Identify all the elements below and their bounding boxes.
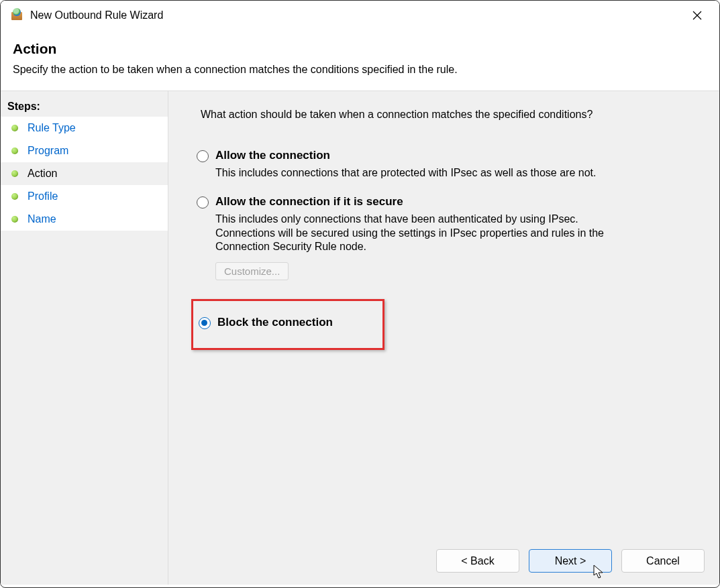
- option-description: This includes connections that are prote…: [215, 166, 631, 180]
- radio-allow-secure[interactable]: [197, 196, 209, 209]
- option-allow[interactable]: Allow the connection This includes conne…: [197, 146, 687, 192]
- radio-block[interactable]: [199, 317, 211, 329]
- footer-buttons: < Back Next > Cancel: [436, 549, 705, 573]
- sidebar-item-label: Program: [28, 145, 68, 157]
- close-icon: [692, 11, 702, 20]
- bullet-icon: [11, 170, 18, 177]
- sidebar-item-label: Rule Type: [28, 122, 76, 134]
- bullet-icon: [11, 193, 18, 200]
- page-title: Action: [13, 41, 707, 57]
- option-title: Allow the connection: [215, 149, 687, 162]
- bullet-icon: [11, 148, 18, 154]
- sidebar-item-profile[interactable]: Profile: [1, 185, 168, 208]
- body-area: Steps: Rule Type Program Action Profile …: [1, 91, 719, 585]
- titlebar: New Outbound Rule Wizard: [1, 1, 719, 30]
- option-title: Allow the connection if it is secure: [215, 195, 687, 209]
- page-description: Specify the action to be taken when a co…: [13, 64, 707, 76]
- option-block[interactable]: Block the connection: [199, 316, 377, 329]
- firewall-icon: [11, 9, 23, 21]
- sidebar-item-action[interactable]: Action: [1, 162, 168, 185]
- main-panel: What action should be taken when a conne…: [168, 91, 719, 585]
- sidebar-item-label: Name: [28, 213, 56, 225]
- sidebar-item-label: Profile: [28, 190, 58, 202]
- option-description: This includes only connections that have…: [215, 213, 631, 254]
- sidebar-item-rule-type[interactable]: Rule Type: [1, 117, 168, 139]
- option-body: Allow the connection if it is secure Thi…: [215, 195, 687, 280]
- sidebar-item-program[interactable]: Program: [1, 139, 168, 162]
- option-allow-secure[interactable]: Allow the connection if it is secure Thi…: [197, 192, 687, 292]
- highlight-box: Block the connection: [191, 299, 384, 350]
- option-body: Allow the connection This includes conne…: [215, 149, 687, 180]
- customize-button: Customize...: [215, 262, 289, 280]
- close-button[interactable]: [686, 4, 709, 27]
- sidebar: Steps: Rule Type Program Action Profile …: [1, 91, 168, 585]
- next-button[interactable]: Next >: [529, 549, 612, 573]
- radio-allow[interactable]: [197, 150, 209, 162]
- window-title: New Outbound Rule Wizard: [30, 9, 163, 21]
- cancel-button[interactable]: Cancel: [621, 549, 705, 573]
- sidebar-item-name[interactable]: Name: [1, 208, 168, 231]
- sidebar-item-label: Action: [28, 168, 57, 180]
- question-text: What action should be taken when a conne…: [201, 109, 687, 121]
- option-title: Block the connection: [217, 316, 377, 329]
- header-section: Action Specify the action to be taken wh…: [1, 30, 719, 91]
- back-button[interactable]: < Back: [436, 549, 519, 573]
- bullet-icon: [11, 125, 18, 131]
- steps-label: Steps:: [1, 95, 168, 117]
- option-body: Block the connection: [217, 316, 377, 329]
- bullet-icon: [11, 216, 18, 223]
